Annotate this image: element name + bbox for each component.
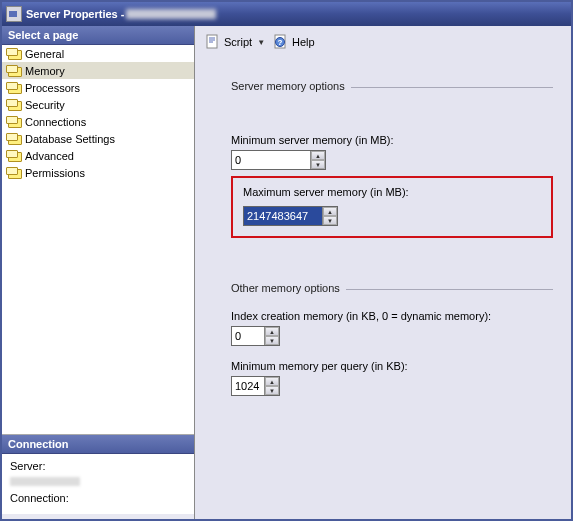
spinner-down-button[interactable]: ▼	[265, 336, 279, 345]
min-query-input[interactable]	[232, 377, 264, 395]
page-icon	[6, 99, 22, 111]
divider	[351, 87, 553, 88]
window-title: Server Properties -	[26, 8, 124, 20]
sidebar-item-label: Connections	[25, 116, 86, 128]
sidebar-item-security[interactable]: Security	[2, 96, 194, 113]
chevron-down-icon: ▼	[257, 38, 265, 47]
page-icon	[6, 133, 22, 145]
min-memory-spinner[interactable]: ▲ ▼	[231, 150, 326, 170]
max-memory-spinner[interactable]: ▲ ▼	[243, 206, 338, 226]
sidebar-item-label: Advanced	[25, 150, 74, 162]
spinner-down-button[interactable]: ▼	[311, 160, 325, 169]
spinner-down-button[interactable]: ▼	[265, 386, 279, 395]
server-memory-group-label: Server memory options	[231, 80, 345, 94]
spinner-up-button[interactable]: ▲	[265, 377, 279, 386]
min-memory-label: Minimum server memory (in MB):	[231, 134, 553, 146]
page-list: GeneralMemoryProcessorsSecurityConnectio…	[2, 45, 194, 435]
divider	[346, 289, 553, 290]
titlebar[interactable]: Server Properties -	[2, 2, 571, 26]
page-icon	[6, 82, 22, 94]
sidebar-item-processors[interactable]: Processors	[2, 79, 194, 96]
server-memory-group: Server memory options Minimum server mem…	[231, 80, 553, 238]
connection-header: Connection	[2, 435, 194, 454]
help-label: Help	[292, 36, 315, 48]
sidebar-item-label: Memory	[25, 65, 65, 77]
page-icon	[6, 167, 22, 179]
page-icon	[6, 48, 22, 60]
sidebar-item-label: Security	[25, 99, 65, 111]
index-memory-label: Index creation memory (in KB, 0 = dynami…	[231, 310, 553, 322]
select-page-header: Select a page	[2, 26, 194, 45]
max-memory-label: Maximum server memory (in MB):	[243, 186, 541, 198]
script-button[interactable]: Script ▼	[203, 34, 267, 50]
other-memory-group-label: Other memory options	[231, 282, 340, 296]
script-label: Script	[224, 36, 252, 48]
index-memory-input[interactable]	[232, 327, 264, 345]
sidebar-item-label: General	[25, 48, 64, 60]
connection-label: Connection:	[10, 492, 186, 504]
page-icon	[6, 65, 22, 77]
page-icon	[6, 150, 22, 162]
spinner-up-button[interactable]: ▲	[323, 207, 337, 216]
app-icon	[6, 6, 22, 22]
left-pane: Select a page GeneralMemoryProcessorsSec…	[2, 26, 195, 519]
right-pane: Script ▼ ? Help Server memory options	[195, 26, 571, 519]
sidebar-item-label: Database Settings	[25, 133, 115, 145]
memory-page: Server memory options Minimum server mem…	[203, 80, 561, 396]
min-query-label: Minimum memory per query (in KB):	[231, 360, 553, 372]
min-memory-input[interactable]	[232, 151, 310, 169]
max-memory-input[interactable]	[244, 207, 322, 225]
connection-panel: Server: Connection:	[2, 454, 194, 514]
script-icon	[205, 34, 221, 50]
server-label: Server:	[10, 460, 186, 472]
page-icon	[6, 116, 22, 128]
content: Select a page GeneralMemoryProcessorsSec…	[2, 26, 571, 519]
svg-text:?: ?	[278, 38, 283, 47]
spinner-up-button[interactable]: ▲	[311, 151, 325, 160]
sidebar-item-label: Processors	[25, 82, 80, 94]
other-memory-group: Other memory options Index creation memo…	[231, 282, 553, 396]
toolbar: Script ▼ ? Help	[203, 32, 561, 56]
sidebar-item-label: Permissions	[25, 167, 85, 179]
sidebar-item-database-settings[interactable]: Database Settings	[2, 130, 194, 147]
spinner-down-button[interactable]: ▼	[323, 216, 337, 225]
sidebar-item-memory[interactable]: Memory	[2, 62, 194, 79]
min-query-spinner[interactable]: ▲ ▼	[231, 376, 280, 396]
index-memory-spinner[interactable]: ▲ ▼	[231, 326, 280, 346]
server-name-redacted	[126, 9, 216, 19]
server-properties-window: Server Properties - Select a page Genera…	[0, 0, 573, 521]
help-icon: ?	[273, 34, 289, 50]
sidebar-item-connections[interactable]: Connections	[2, 113, 194, 130]
sidebar-item-permissions[interactable]: Permissions	[2, 164, 194, 181]
spinner-up-button[interactable]: ▲	[265, 327, 279, 336]
server-value-redacted	[10, 477, 80, 486]
help-button[interactable]: ? Help	[271, 34, 317, 50]
max-memory-highlight: Maximum server memory (in MB): ▲ ▼	[231, 176, 553, 238]
sidebar-item-general[interactable]: General	[2, 45, 194, 62]
sidebar-item-advanced[interactable]: Advanced	[2, 147, 194, 164]
